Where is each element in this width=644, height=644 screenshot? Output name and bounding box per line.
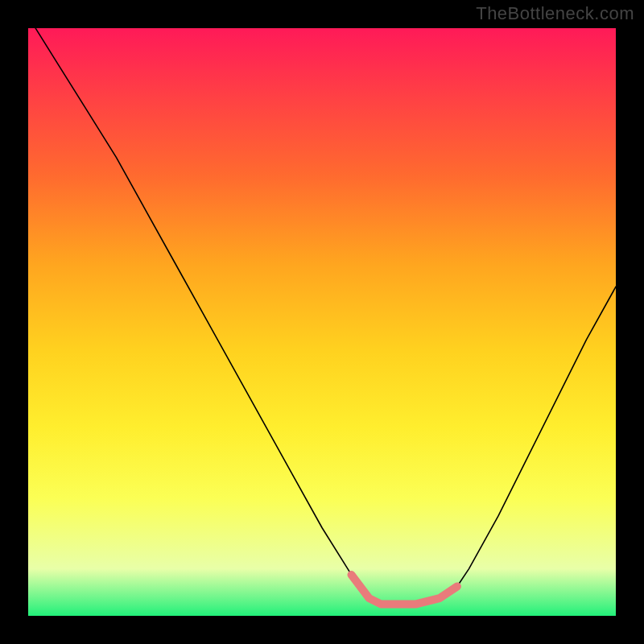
curve-svg bbox=[28, 28, 616, 616]
highlight-band-path bbox=[352, 575, 457, 605]
plot-area bbox=[28, 28, 616, 616]
chart-frame: TheBottleneck.com bbox=[0, 0, 644, 644]
watermark-text: TheBottleneck.com bbox=[476, 3, 634, 24]
bottleneck-curve-path bbox=[28, 16, 616, 604]
